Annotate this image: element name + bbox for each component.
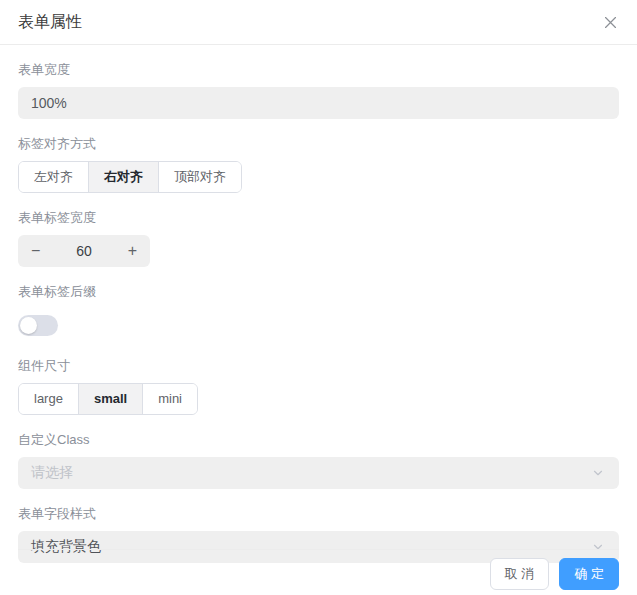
form-width-label: 表单宽度 (18, 61, 619, 78)
plus-icon[interactable]: + (128, 243, 137, 259)
toggle-knob (20, 317, 37, 334)
field-custom-class: 自定义Class 请选择 (18, 431, 619, 489)
label-width-value[interactable]: 60 (76, 243, 92, 259)
field-label-width: 表单标签宽度 − 60 + (18, 209, 619, 267)
label-suffix-label: 表单标签后缀 (18, 283, 619, 300)
custom-class-placeholder: 请选择 (31, 464, 73, 482)
dialog-title: 表单属性 (18, 12, 82, 33)
close-icon[interactable] (601, 13, 619, 31)
field-style-label: 表单字段样式 (18, 505, 619, 522)
field-label-align: 标签对齐方式 左对齐 右对齐 顶部对齐 (18, 135, 619, 193)
dialog-header: 表单属性 (0, 0, 637, 45)
confirm-button[interactable]: 确 定 (559, 558, 619, 590)
component-size-option-large[interactable]: large (19, 384, 79, 414)
label-align-option-left[interactable]: 左对齐 (19, 162, 89, 192)
form-width-input[interactable] (18, 87, 619, 119)
dialog-footer: 取 消 确 定 (18, 549, 619, 595)
field-form-width: 表单宽度 (18, 61, 619, 119)
component-size-label: 组件尺寸 (18, 357, 619, 374)
component-size-option-small[interactable]: small (79, 384, 143, 414)
custom-class-select[interactable]: 请选择 (18, 457, 619, 489)
form-properties-dialog: 表单属性 表单宽度 标签对齐方式 左对齐 右对齐 顶部对齐 表单标签宽度 − (0, 0, 637, 595)
minus-icon[interactable]: − (31, 243, 40, 259)
custom-class-label: 自定义Class (18, 431, 619, 448)
field-component-size: 组件尺寸 large small mini (18, 357, 619, 415)
label-align-label: 标签对齐方式 (18, 135, 619, 152)
field-label-suffix: 表单标签后缀 (18, 283, 619, 341)
chevron-down-icon (591, 466, 605, 480)
dialog-body: 表单宽度 标签对齐方式 左对齐 右对齐 顶部对齐 表单标签宽度 − 60 + 表… (0, 61, 637, 563)
label-align-option-right[interactable]: 右对齐 (89, 162, 159, 192)
label-align-group: 左对齐 右对齐 顶部对齐 (18, 161, 242, 193)
label-suffix-row (18, 309, 619, 341)
label-suffix-toggle[interactable] (18, 315, 58, 336)
label-width-stepper: − 60 + (18, 235, 150, 267)
label-width-label: 表单标签宽度 (18, 209, 619, 226)
component-size-group: large small mini (18, 383, 198, 415)
cancel-button[interactable]: 取 消 (490, 558, 550, 590)
component-size-option-mini[interactable]: mini (143, 384, 197, 414)
label-align-option-top[interactable]: 顶部对齐 (159, 162, 241, 192)
